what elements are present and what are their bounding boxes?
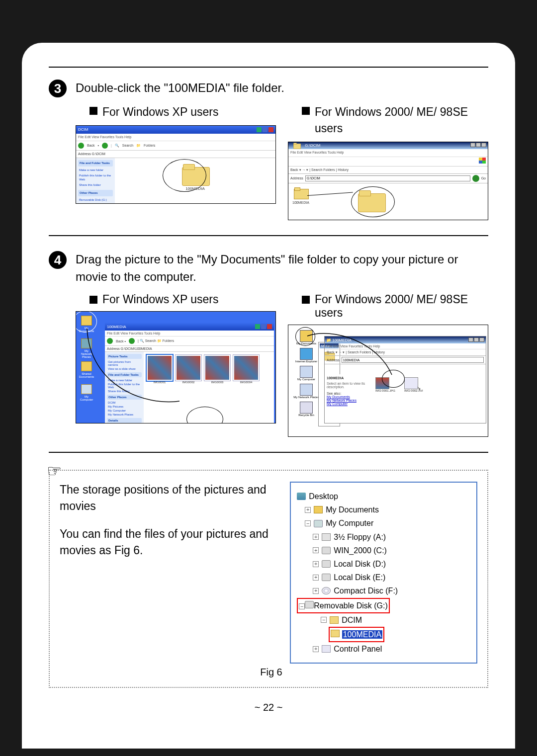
callout-oval (163, 159, 206, 192)
step-4-icon: 4 (49, 251, 67, 269)
xp-address-bar[interactable]: Address G:\DCIM (76, 151, 275, 158)
w2k-main-pane[interactable]: 100MEDIA 100MEDIA (288, 183, 488, 221)
xp-toolbar[interactable]: Back • | 🔍 Search 📁 Folders (105, 336, 274, 346)
desktop-icon-label: Internet Explorer (291, 360, 321, 363)
w2k-menu[interactable]: File Edit View Favorites Tools Help (325, 343, 486, 349)
mycomputer-icon (314, 520, 323, 527)
step-4-text: Drag the picture to the "My Documents" f… (76, 251, 488, 286)
file-icon[interactable]: ↘ (404, 377, 418, 389)
addr-label: Address (290, 176, 303, 181)
expand-icon[interactable]: + (313, 534, 319, 540)
desktop-icon[interactable]: My Computer (291, 366, 321, 381)
xp-title: 100MEDIA (107, 325, 126, 329)
w2k-address-bar[interactable]: Address (325, 356, 486, 364)
xp-menu[interactable]: File Edit View Favorites Tools Help (76, 134, 275, 141)
sidebar-link[interactable]: View as a slide show (107, 367, 142, 371)
thumbnail[interactable] (233, 355, 259, 381)
xp-address-bar[interactable]: Address G:\DCIM\100MEDIA (105, 346, 274, 352)
folders-icon[interactable]: 📁 (136, 143, 141, 148)
window-controls[interactable] (468, 337, 484, 343)
sidebar-link[interactable]: Share this folder (78, 182, 113, 188)
sidebar-link[interactable]: Get pictures from camera (107, 360, 142, 367)
tree-label: My Documents (326, 503, 379, 516)
xp-users-label: For Windows XP users (102, 293, 218, 306)
disk-icon (322, 574, 331, 581)
tree-label: DCIM (342, 613, 362, 627)
step-4: 4 Drag the picture to the "My Documents"… (49, 251, 488, 286)
fwd-icon[interactable] (129, 338, 135, 344)
thumbnail-selected[interactable] (147, 355, 173, 381)
xp-main-pane[interactable]: IMG0001 IMG0002 IMG0003 IMG0004 (144, 352, 274, 423)
desktop-icon[interactable]: My Network Places (291, 384, 321, 399)
pointing-hand-icon: ☞ (47, 461, 62, 481)
window-controls[interactable] (255, 324, 272, 329)
note-box: ☞ The storage positions of the pictures … (49, 470, 488, 688)
desktop-icon-network[interactable]: My Network Places (79, 338, 94, 358)
tree-label: WIN_2000 (C:) (334, 544, 387, 557)
windows-logo-icon (479, 158, 486, 164)
xp-toolbar[interactable]: Back • | 🔍Search 📁Folders (76, 141, 275, 151)
folder-open-icon (331, 630, 340, 637)
folder-tree: Desktop +My Documents −My Computer +3½ F… (290, 482, 477, 664)
expand-icon[interactable]: + (313, 588, 319, 594)
expand-icon[interactable]: + (305, 507, 311, 513)
w2k-toolbar[interactable]: Back ▾ → ▾ | Search Folders | History (288, 167, 488, 174)
sidebar-link[interactable]: My Computer (107, 409, 142, 413)
sidebar-link[interactable]: Publish this folder to the Web (107, 382, 142, 389)
xp-main-pane[interactable]: 100MEDIA (115, 158, 275, 204)
collapse-icon[interactable]: − (299, 603, 305, 609)
drag-oval (186, 407, 223, 423)
w2k-toolbar[interactable]: Back ▾ → ▾ | Search Folders | History (325, 349, 486, 356)
thumbnail[interactable] (176, 355, 201, 381)
addr-input[interactable] (305, 175, 470, 181)
left-link[interactable]: My Computer (327, 402, 370, 406)
w2k-menu[interactable]: File Edit View Favorites Tools Help (288, 149, 488, 157)
go-icon[interactable] (472, 175, 479, 182)
left-link[interactable]: My Network Places (327, 399, 370, 402)
sidebar-link[interactable]: My Pictures (107, 405, 142, 409)
w2k-title-text: G:\DCIM (305, 144, 320, 148)
window-controls[interactable] (470, 143, 486, 149)
folder-icon[interactable] (294, 187, 308, 198)
mydocs-icon (314, 506, 323, 513)
sidebar-link[interactable]: My Documents (78, 202, 113, 204)
expand-icon[interactable]: + (313, 575, 319, 581)
sidebar-link[interactable]: Make a new folder (78, 168, 113, 173)
sidebar-hdr-places: Other Places (78, 190, 113, 196)
thumbnail[interactable] (204, 355, 230, 381)
sidebar-link[interactable]: My Network Places (107, 413, 142, 417)
divider (49, 452, 488, 453)
tree-label: 3½ Floppy (A:) (334, 530, 386, 544)
window-controls[interactable] (257, 127, 273, 132)
sidebar-link[interactable]: Make a new folder (107, 378, 142, 382)
desktop-icon-mycomp[interactable]: My Computer (79, 384, 94, 401)
w2k-address-bar[interactable]: Address Go (288, 174, 488, 183)
back-icon[interactable] (78, 143, 84, 149)
collapse-icon[interactable]: − (305, 520, 311, 526)
sidebar-link[interactable]: Publish this folder to the Web (78, 173, 113, 182)
xp-menu[interactable]: File Edit View Favorites Tools Help (105, 331, 274, 336)
screenshot-xp-drag: My Documents My Network Places Shared Do… (76, 311, 276, 423)
desktop-icon[interactable]: Recycle Bin (291, 402, 321, 417)
sidebar-link[interactable]: Share this folder (107, 389, 142, 393)
thumb-label: IMG0002 (176, 381, 201, 384)
expand-icon[interactable]: + (313, 646, 319, 652)
addr-input[interactable] (342, 357, 484, 363)
xp-title: DCIM (78, 127, 88, 133)
desktop-icon[interactable]: Internet Explorer (291, 348, 321, 363)
fwd-icon[interactable] (102, 143, 108, 149)
collapse-icon[interactable]: − (321, 617, 327, 623)
expand-icon[interactable]: + (313, 547, 319, 553)
expand-icon[interactable]: + (313, 561, 319, 567)
back-icon[interactable] (107, 338, 113, 344)
w2k-title-text: 100MEDIA (332, 338, 352, 342)
thumb-label: IMG0003 (204, 381, 230, 384)
note-title: The storage positions of the pictures an… (60, 482, 275, 515)
sidebar-link[interactable]: Removable Disk (G:) (78, 197, 113, 203)
desktop-icon-shared[interactable]: Shared Documents (79, 361, 94, 378)
page-number: ~ 22 ~ (49, 702, 488, 713)
left-link[interactable]: My Documents (327, 395, 370, 399)
sidebar-link[interactable]: DCIM (107, 401, 142, 405)
removable-disk-highlight: −Removable Disk (G:) (297, 598, 389, 613)
search-icon[interactable]: 🔍 (115, 143, 119, 148)
